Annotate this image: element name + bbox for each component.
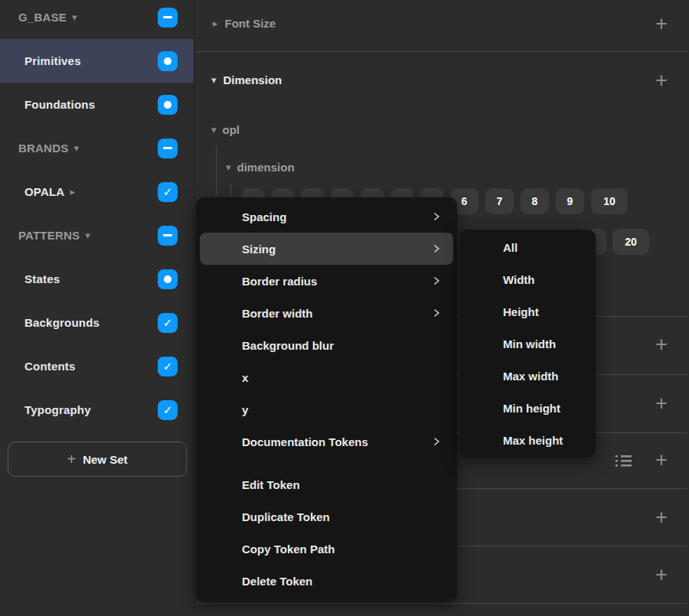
tokens-plugin-window: G_BASE Primitives Foundations BRANDS OPA…	[0, 0, 689, 616]
menu-item-sizing[interactable]: Sizing	[200, 233, 453, 265]
menu-item-border-radius[interactable]: Border radius	[200, 265, 453, 297]
set-label: BRANDS	[18, 142, 68, 155]
token-chip-7[interactable]: 7	[485, 188, 514, 214]
submenu-chevron-icon	[432, 276, 441, 285]
menu-item-border-width[interactable]: Border width	[200, 297, 453, 329]
token-set-checkbox[interactable]	[158, 269, 178, 289]
token-set-checkbox[interactable]	[158, 226, 178, 246]
token-chip-10[interactable]: 10	[591, 188, 628, 214]
submenu-item-min-width[interactable]: Min width	[463, 328, 592, 360]
sidebar-item-primitives[interactable]: Primitives	[0, 39, 194, 83]
submenu-chevron-icon	[432, 437, 441, 446]
sidebar-item-contents[interactable]: Contents	[0, 344, 194, 388]
sidebar-item-states[interactable]: States	[0, 257, 194, 301]
menu-item-x[interactable]: x	[200, 361, 453, 393]
sidebar-item-patterns[interactable]: PATTERNS	[0, 213, 194, 257]
group-label: opl	[223, 123, 240, 136]
tree-indent-line	[216, 147, 217, 196]
menu-item-y[interactable]: y	[200, 393, 453, 425]
menu-item-spacing[interactable]: Spacing	[200, 200, 453, 233]
token-set-checkbox[interactable]	[158, 182, 178, 202]
sidebar-item-brands[interactable]: BRANDS	[0, 126, 194, 170]
add-token-button[interactable]: +	[651, 565, 671, 585]
submenu-item-min-height[interactable]: Min height	[463, 392, 592, 424]
sidebar-item-opala[interactable]: OPALA	[0, 170, 194, 213]
set-label: Contents	[24, 360, 76, 373]
caret-down-icon	[211, 125, 217, 135]
submenu-chevron-icon	[432, 308, 441, 318]
sizing-submenu: All Width Height Min width Max width Min…	[459, 230, 596, 458]
token-set-checkbox[interactable]	[158, 8, 178, 28]
submenu-chevron-icon	[432, 212, 441, 221]
tree-indent-line	[230, 184, 231, 197]
list-view-icon[interactable]	[614, 451, 634, 471]
section-dimension[interactable]: Dimension	[211, 73, 282, 86]
set-label: OPALA	[24, 185, 64, 198]
token-group-opl[interactable]: opl	[211, 123, 240, 136]
submenu-item-width[interactable]: Width	[463, 263, 592, 295]
add-token-button[interactable]: +	[651, 507, 671, 527]
token-set-checkbox[interactable]	[158, 51, 178, 71]
add-token-button[interactable]: +	[651, 14, 671, 34]
plus-icon: +	[67, 451, 76, 467]
token-chip-8[interactable]: 8	[521, 188, 549, 214]
token-set-checkbox[interactable]	[158, 357, 178, 376]
caret-down-icon	[72, 12, 77, 22]
set-label: States	[24, 272, 60, 285]
sidebar-item-typography[interactable]: Typography	[0, 388, 194, 432]
caret-right-icon	[213, 18, 218, 28]
set-label: Typography	[24, 403, 91, 416]
token-context-menu: Spacing Sizing Border radius Border widt…	[196, 197, 457, 601]
set-label: G_BASE	[18, 11, 67, 24]
submenu-item-max-width[interactable]: Max width	[463, 360, 592, 392]
menu-item-copy-token-path[interactable]: Copy Token Path	[200, 533, 453, 565]
caret-down-icon	[226, 162, 231, 172]
set-label: Primitives	[24, 54, 81, 67]
add-token-button[interactable]: +	[651, 393, 671, 413]
menu-item-edit-token[interactable]: Edit Token	[200, 468, 453, 500]
group-label: dimension	[237, 161, 295, 174]
sidebar-item-backgrounds[interactable]: Backgrounds	[0, 301, 194, 344]
submenu-chevron-icon	[432, 244, 441, 253]
token-group-dimension[interactable]: dimension	[226, 161, 295, 174]
add-token-button[interactable]: +	[651, 70, 671, 90]
caret-down-icon	[211, 75, 217, 85]
divider	[196, 51, 687, 52]
section-font-size[interactable]: Font Size	[213, 17, 276, 30]
submenu-item-all[interactable]: All	[463, 231, 592, 263]
set-label: Backgrounds	[24, 316, 100, 329]
new-set-button[interactable]: + New Set	[8, 442, 187, 477]
token-set-checkbox[interactable]	[158, 95, 178, 115]
token-set-checkbox[interactable]	[158, 313, 178, 333]
menu-item-duplicate-token[interactable]: Duplicate Token	[200, 500, 453, 533]
submenu-item-max-height[interactable]: Max height	[463, 424, 592, 456]
sidebar-item-foundations[interactable]: Foundations	[0, 83, 194, 126]
token-set-list: G_BASE Primitives Foundations BRANDS OPA…	[0, 0, 194, 432]
token-chip-20[interactable]: 20	[612, 229, 649, 255]
set-label: PATTERNS	[18, 229, 80, 242]
caret-right-icon	[70, 187, 75, 197]
menu-item-background-blur[interactable]: Background blur	[200, 329, 453, 361]
add-token-button[interactable]: +	[651, 450, 671, 470]
token-chip-9[interactable]: 9	[556, 188, 584, 214]
submenu-item-height[interactable]: Height	[463, 295, 592, 328]
token-set-checkbox[interactable]	[158, 400, 178, 420]
section-title: Dimension	[224, 73, 282, 86]
menu-item-delete-token[interactable]: Delete Token	[200, 565, 453, 597]
menu-actions-group: Edit Token Duplicate Token Copy Token Pa…	[196, 468, 457, 597]
token-set-checkbox[interactable]	[158, 139, 178, 158]
caret-down-icon	[85, 230, 90, 240]
token-sets-sidebar: G_BASE Primitives Foundations BRANDS OPA…	[0, 0, 194, 616]
add-token-button[interactable]: +	[651, 334, 671, 354]
menu-item-documentation-tokens[interactable]: Documentation Tokens	[200, 425, 453, 458]
divider	[196, 603, 687, 604]
section-title: Font Size	[225, 17, 276, 30]
set-label: Foundations	[24, 98, 95, 111]
caret-down-icon	[73, 143, 79, 153]
sidebar-item-g-base[interactable]: G_BASE	[0, 0, 194, 39]
